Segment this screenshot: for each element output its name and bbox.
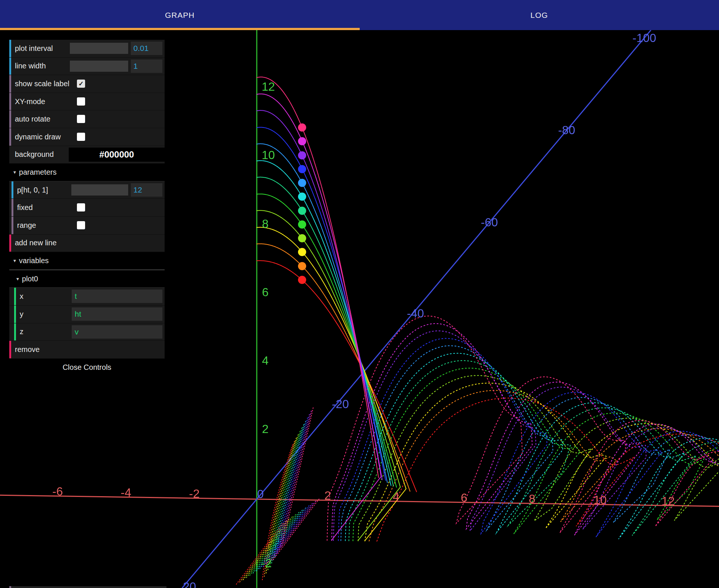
row-parameter-p: p[ht, 0, 1] xyxy=(9,181,165,199)
background-label: background xyxy=(15,150,54,159)
folder-variables-title: variables xyxy=(19,256,49,265)
plot-interval-valuebox xyxy=(131,42,162,55)
row-plot0-x: x xyxy=(9,288,165,306)
parameter-p-label: p[ht, 0, 1] xyxy=(17,186,48,194)
remove-button[interactable]: remove xyxy=(9,341,165,359)
row-range: range xyxy=(9,217,165,235)
row-fixed: fixed xyxy=(9,199,165,217)
parameter-p-valuebox xyxy=(131,183,162,197)
fixed-checkbox[interactable] xyxy=(77,203,85,211)
dynamic-draw-checkbox[interactable] xyxy=(77,133,85,141)
chevron-down-icon: ▾ xyxy=(9,258,16,264)
boolean-row-stripe xyxy=(9,75,11,93)
show-scale-label-checkbox[interactable]: ✓ xyxy=(77,80,85,88)
chevron-down-icon: ▾ xyxy=(9,276,19,282)
dynamic-draw-label: dynamic draw xyxy=(15,133,61,141)
plot0-y-input[interactable] xyxy=(72,307,162,321)
close-controls-button[interactable]: Close Controls xyxy=(9,359,165,376)
folder-parameters[interactable]: ▾ parameters xyxy=(9,164,165,181)
plot0-x-label: x xyxy=(20,292,23,301)
auto-rotate-label: auto rotate xyxy=(15,115,51,123)
add-new-line-button[interactable]: add new line xyxy=(9,235,165,252)
boolean-row-stripe xyxy=(12,217,13,234)
plot-interval-slider[interactable] xyxy=(70,43,128,54)
range-label: range xyxy=(17,221,36,230)
plot-interval-label: plot interval xyxy=(15,44,53,53)
app-window: 12108642-2-6-4-224681012-100-80-60-40-20… xyxy=(0,0,719,588)
line-width-input[interactable] xyxy=(131,59,162,73)
active-tab-indicator xyxy=(0,28,360,30)
line-width-label: line width xyxy=(15,62,46,70)
tab-log[interactable]: LOG xyxy=(360,0,719,30)
row-show-scale-label: show scale label ✓ xyxy=(9,75,165,93)
row-line-width: line width xyxy=(9,58,165,75)
function-row-stripe xyxy=(9,235,11,252)
show-scale-label-label: show scale label xyxy=(15,80,69,88)
plot0-z-field xyxy=(72,325,162,339)
xy-mode-checkbox[interactable] xyxy=(77,97,85,106)
string-row-stripe xyxy=(14,323,16,341)
xy-mode-label: XY-mode xyxy=(15,97,45,106)
folder-parameters-title: parameters xyxy=(19,168,56,177)
tab-log-label: LOG xyxy=(531,11,548,20)
folder-variables[interactable]: ▾ variables xyxy=(9,252,165,270)
row-auto-rotate: auto rotate xyxy=(9,110,165,128)
boolean-row-stripe xyxy=(12,199,13,216)
boolean-row-stripe xyxy=(9,128,11,146)
number-row-stripe xyxy=(9,40,11,57)
plot-interval-input[interactable] xyxy=(131,42,162,55)
folder-plot0[interactable]: ▾ plot0 xyxy=(9,270,165,288)
row-plot0-y: y xyxy=(9,306,165,323)
fixed-label: fixed xyxy=(17,203,33,212)
clipped-panel-row xyxy=(9,586,166,588)
row-plot0-z: z xyxy=(9,323,165,341)
tab-graph-label: GRAPH xyxy=(165,11,195,20)
boolean-row-stripe xyxy=(9,110,11,128)
row-dynamic-draw: dynamic draw xyxy=(9,128,165,146)
plot0-x-input[interactable] xyxy=(72,290,162,303)
parameter-p-input[interactable] xyxy=(131,183,162,197)
row-xy-mode: XY-mode xyxy=(9,93,165,111)
row-background: background #000000 xyxy=(9,146,165,164)
remove-label: remove xyxy=(15,345,40,354)
chevron-down-icon: ▾ xyxy=(9,169,16,175)
boolean-row-stripe xyxy=(9,93,11,110)
controls-panel: plot interval line width show scale labe… xyxy=(9,40,165,376)
background-color-value[interactable]: #000000 xyxy=(69,148,165,162)
plot0-y-label: y xyxy=(20,310,23,319)
plot0-z-label: z xyxy=(20,327,23,336)
add-new-line-label: add new line xyxy=(15,239,56,247)
tab-bar: GRAPH LOG xyxy=(0,0,719,30)
line-width-slider[interactable] xyxy=(70,61,128,72)
function-row-stripe xyxy=(9,341,11,358)
string-row-stripe xyxy=(14,288,16,305)
row-plot-interval: plot interval xyxy=(9,40,165,58)
parameter-p-slider[interactable] xyxy=(71,184,128,196)
string-row-stripe xyxy=(14,306,16,323)
auto-rotate-checkbox[interactable] xyxy=(77,115,85,123)
folder-plot0-title: plot0 xyxy=(22,275,38,283)
number-row-stripe xyxy=(12,181,13,199)
number-row-stripe xyxy=(9,58,11,75)
plot0-y-field xyxy=(72,307,162,321)
tab-graph[interactable]: GRAPH xyxy=(0,0,360,30)
line-width-valuebox xyxy=(131,59,162,73)
plot0-x-field xyxy=(72,290,162,303)
plot0-z-input[interactable] xyxy=(72,325,162,339)
range-checkbox[interactable] xyxy=(77,221,85,229)
close-controls-label: Close Controls xyxy=(62,363,111,372)
